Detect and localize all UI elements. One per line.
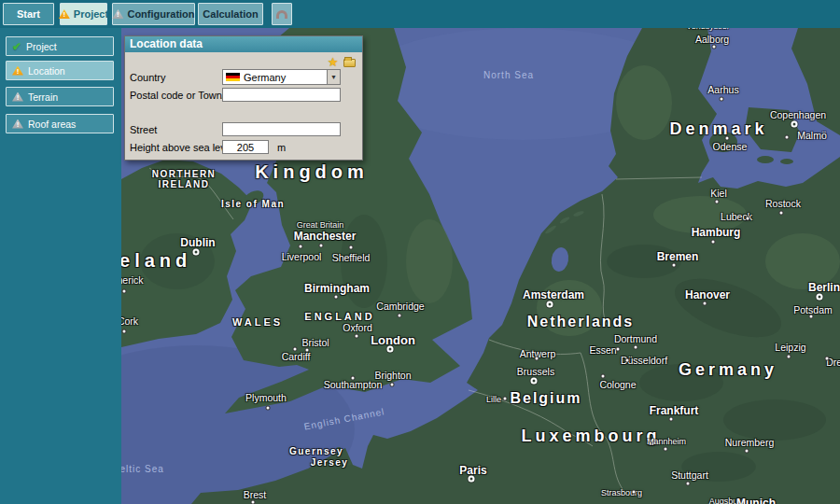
tab-calculation[interactable]: Calculation [198,3,263,25]
tab-start-label: Start [17,8,40,20]
height-unit: m [277,142,286,153]
tab-project-label: Project [74,8,108,20]
street-label: Street [130,124,157,135]
country-select[interactable]: Germany ▼ [222,69,341,85]
sidebar-item-project[interactable]: ✔ Project [6,36,114,56]
tab-configuration-label: Configuration [127,8,194,20]
warning-icon: ! [12,92,23,102]
warning-icon: ! [112,9,123,19]
country-label: Country [130,72,166,83]
favorite-button[interactable]: ★ [326,55,340,68]
street-input[interactable] [222,122,341,136]
chevron-down-icon[interactable]: ▼ [327,70,340,84]
location-data-dialog: Location data ★ Country Germany ▼ Postal… [124,35,363,161]
sidebar-item-label: Project [26,41,57,52]
sidebar-item-label: Terrain [28,91,58,103]
check-icon: ✔ [12,40,21,53]
germany-flag-icon [226,73,240,82]
sidebar-item-terrain[interactable]: ! Terrain [6,87,114,106]
star-icon: ★ [328,56,339,68]
folder-icon [343,59,356,67]
disabled-tool-button[interactable] [272,3,292,25]
country-value: Germany [244,72,327,83]
dialog-title[interactable]: Location data [125,36,362,52]
warning-icon: ! [12,66,23,76]
tab-start[interactable]: Start [3,3,54,25]
warning-icon: ! [12,119,23,129]
tab-calculation-label: Calculation [203,8,258,20]
height-input[interactable] [222,140,269,154]
main-toolbar: Start ! Project ! Configuration Calculat… [0,0,840,28]
tab-project[interactable]: ! Project [60,3,107,25]
warning-icon: ! [59,9,70,19]
sidebar-item-roof-areas[interactable]: ! Roof areas [6,114,114,133]
postal-input[interactable] [222,88,341,102]
open-favorite-button[interactable] [343,55,357,68]
sidebar-item-label: Roof areas [28,119,76,130]
arch-icon [276,10,287,19]
sidebar-item-location[interactable]: ! Location [6,61,114,80]
step-sidebar: ✔ Project ! Location ! Terrain ! Roof ar… [0,28,121,504]
sidebar-item-label: Location [28,65,65,77]
height-label: Height above sea level [130,142,233,153]
tab-configuration[interactable]: ! Configuration [112,3,195,25]
